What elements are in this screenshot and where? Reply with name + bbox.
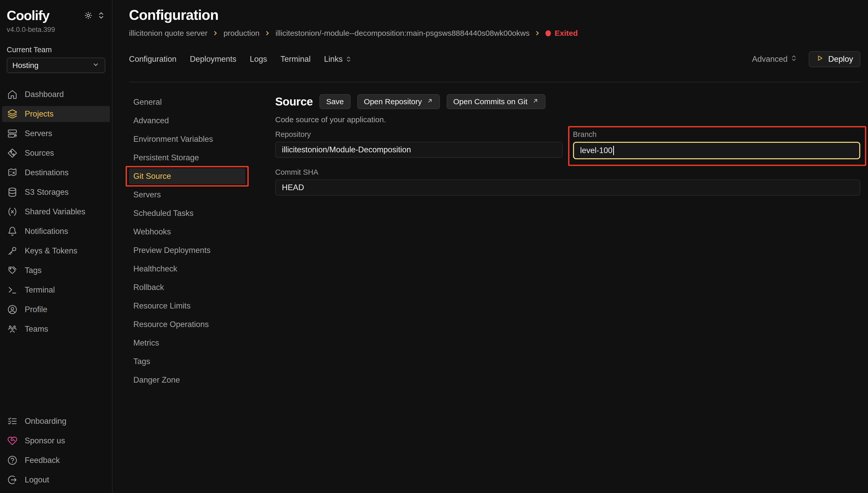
- config-nav-item-label: Resource Limits: [133, 301, 190, 310]
- config-nav-item-general[interactable]: General: [129, 94, 245, 110]
- sidebar-item-tags[interactable]: Tags: [2, 262, 110, 278]
- breadcrumb-link-illicitestonion-module-decompo[interactable]: illicitestonion/-module--decomposition:m…: [275, 29, 529, 38]
- config-nav-item-scheduled-tasks[interactable]: Scheduled Tasks: [129, 205, 245, 221]
- config-nav-item-label: Rollback: [133, 283, 164, 292]
- config-nav-item-advanced[interactable]: Advanced: [129, 113, 245, 129]
- config-nav-item-resource-operations[interactable]: Resource Operations: [129, 317, 245, 333]
- source-header: Source Save Open Repository Open Commits…: [275, 94, 860, 109]
- sidebar-item-destinations[interactable]: Destinations: [2, 165, 110, 180]
- sidebar-item-shared-variables[interactable]: Shared Variables: [2, 204, 110, 220]
- breadcrumb-link-illicitonion-quote-server[interactable]: illicitonion quote server: [129, 29, 208, 38]
- logout-icon: [7, 475, 18, 485]
- configuration-content: GeneralAdvancedEnvironment VariablesPers…: [129, 94, 860, 493]
- tab-links[interactable]: Links: [324, 51, 352, 67]
- commit-sha-input[interactable]: HEAD: [275, 179, 860, 196]
- tabs-actions: Advanced Deploy: [752, 51, 860, 67]
- config-nav-item-metrics[interactable]: Metrics: [129, 335, 245, 351]
- current-team-label: Current Team: [7, 46, 105, 54]
- sidebar-item-label: Servers: [25, 129, 52, 138]
- tab-configuration[interactable]: Configuration: [129, 51, 176, 67]
- status-dot-icon: [546, 30, 551, 36]
- sidebar-item-teams[interactable]: Teams: [2, 321, 110, 337]
- sidebar-item-sponsor-us[interactable]: Sponsor us: [2, 433, 110, 449]
- coolify-app: Coolify v4.0.0-beta.399 Current Team Hos…: [0, 0, 868, 493]
- tab-label: Logs: [250, 55, 267, 64]
- config-nav-item-label: Advanced: [133, 116, 169, 125]
- home-icon: [7, 89, 18, 100]
- config-nav-item-servers[interactable]: Servers: [129, 187, 245, 203]
- sidebar-item-label: S3 Storages: [25, 188, 69, 197]
- tab-label: Terminal: [280, 55, 311, 64]
- sidebar-item-servers[interactable]: Servers: [2, 126, 110, 142]
- config-nav-item-webhooks[interactable]: Webhooks: [129, 224, 245, 240]
- sidebar-item-profile[interactable]: Profile: [2, 302, 110, 318]
- open-commits-button[interactable]: Open Commits on Git: [447, 94, 546, 109]
- config-nav-item-persistent-storage[interactable]: Persistent Storage: [129, 150, 245, 166]
- sidebar-item-keys-tokens[interactable]: Keys & Tokens: [2, 243, 110, 259]
- sidebar-item-label: Logout: [25, 475, 49, 485]
- sidebar-item-projects[interactable]: Projects: [2, 106, 110, 122]
- sidebar-item-label: Projects: [25, 109, 54, 119]
- sidebar-item-onboarding[interactable]: Onboarding: [2, 413, 110, 429]
- config-nav-item-environment-variables[interactable]: Environment Variables: [129, 131, 245, 147]
- tab-terminal[interactable]: Terminal: [280, 51, 311, 67]
- config-nav-item-resource-limits[interactable]: Resource Limits: [129, 298, 245, 314]
- variable-icon: [7, 207, 18, 217]
- tab-logs[interactable]: Logs: [250, 51, 267, 67]
- sidebar-item-dashboard[interactable]: Dashboard: [2, 86, 110, 102]
- repository-input[interactable]: illicitestonion/Module-Decomposition: [275, 142, 563, 158]
- user-circle-icon: [7, 304, 18, 315]
- config-nav-item-label: Resource Operations: [133, 320, 209, 329]
- sidebar-item-feedback[interactable]: Feedback: [2, 452, 110, 468]
- sidebar-item-label: Sources: [25, 148, 54, 158]
- chevrons-up-down-icon: [790, 55, 798, 64]
- deploy-button[interactable]: Deploy: [809, 51, 861, 67]
- help-circle-icon: [7, 455, 18, 466]
- branch-input[interactable]: level-100: [573, 142, 861, 159]
- tabs: ConfigurationDeploymentsLogsTerminalLink…: [129, 51, 352, 67]
- open-repository-button[interactable]: Open Repository: [357, 94, 440, 109]
- config-nav-item-label: Webhooks: [133, 227, 171, 236]
- config-nav-item-label: Scheduled Tasks: [133, 209, 194, 218]
- config-nav-item-label: Metrics: [133, 338, 159, 348]
- save-button[interactable]: Save: [319, 94, 350, 109]
- config-nav-item-label: Persistent Storage: [133, 153, 199, 163]
- sidebar-item-notifications[interactable]: Notifications: [2, 223, 110, 239]
- config-nav-item-label: Tags: [133, 357, 150, 366]
- config-nav-item-tags[interactable]: Tags: [129, 353, 245, 369]
- config-nav-item-danger-zone[interactable]: Danger Zone: [129, 372, 245, 388]
- page-title: Configuration: [129, 7, 860, 23]
- text-cursor: [613, 146, 614, 155]
- config-nav: GeneralAdvancedEnvironment VariablesPers…: [129, 94, 275, 493]
- config-nav-item-preview-deployments[interactable]: Preview Deployments: [129, 242, 245, 258]
- sidebar-item-terminal[interactable]: Terminal: [2, 282, 110, 298]
- sidebar-item-sources[interactable]: Sources: [2, 145, 110, 161]
- save-label: Save: [326, 97, 344, 106]
- config-nav-item-rollback[interactable]: Rollback: [129, 279, 245, 295]
- sidebar-item-label: Keys & Tokens: [25, 246, 77, 256]
- tab-label: Configuration: [129, 55, 176, 64]
- advanced-menu[interactable]: Advanced: [752, 55, 798, 64]
- breadcrumb-link-production[interactable]: production: [224, 29, 259, 38]
- theme-sun-icon[interactable]: [84, 11, 92, 21]
- sidebar-nav: DashboardProjectsServersSourcesDestinati…: [0, 86, 112, 337]
- team-select[interactable]: Hosting: [7, 58, 105, 73]
- config-nav-item-git-source[interactable]: Git Source: [129, 168, 245, 184]
- map-icon: [7, 168, 18, 178]
- sidebar-item-label: Destinations: [25, 168, 69, 177]
- config-nav-item-label: Environment Variables: [133, 134, 213, 144]
- tag-icon: [7, 265, 18, 276]
- source-form: Repository illicitestonion/Module-Decomp…: [275, 130, 860, 196]
- config-nav-item-healthcheck[interactable]: Healthcheck: [129, 261, 245, 277]
- source-section: Source Save Open Repository Open Commits…: [275, 94, 860, 493]
- advanced-label: Advanced: [752, 55, 788, 64]
- chevron-right-icon: [534, 30, 541, 37]
- config-nav-item-label: Healthcheck: [133, 264, 177, 274]
- sidebar-item-logout[interactable]: Logout: [2, 472, 110, 488]
- tab-deployments[interactable]: Deployments: [190, 51, 236, 67]
- sidebar-item-s3-storages[interactable]: S3 Storages: [2, 184, 110, 200]
- chevron-right-icon: [264, 30, 271, 37]
- theme-select-chevrons-icon[interactable]: [97, 11, 105, 21]
- sidebar-item-label: Feedback: [25, 456, 60, 465]
- team-select-value: Hosting: [12, 61, 39, 70]
